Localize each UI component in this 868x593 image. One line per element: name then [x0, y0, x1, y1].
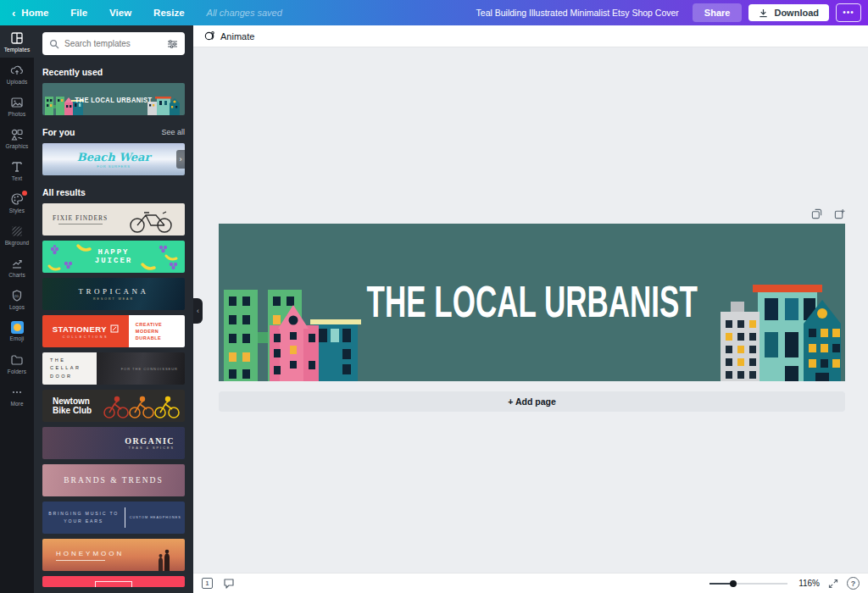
panel-collapse-tab[interactable]: ‹ — [193, 298, 203, 324]
sidebar-item-folders[interactable]: Folders — [0, 347, 34, 380]
logos-icon: co. — [10, 289, 24, 302]
canva-editor: ‹ Home File View Resize All changes save… — [0, 0, 868, 593]
template-bringing-music[interactable]: BRINGING MUSIC TO YOUR EARS CUSTOM HEADP… — [42, 502, 185, 534]
page-number-badge[interactable]: 1 — [202, 578, 213, 589]
sidebar-item-more[interactable]: More — [0, 380, 34, 412]
pencil-box-icon — [110, 324, 119, 333]
templates-panel: Recently used THE LOCAL UR — [34, 25, 193, 593]
templates-icon — [10, 31, 24, 45]
template-beach-wear[interactable]: Beach Wear FOR SURFERS › — [42, 143, 185, 175]
sidebar-item-charts[interactable]: Charts — [0, 251, 34, 283]
sidebar: Templates Uploads Photos Grap — [0, 25, 34, 593]
download-button[interactable]: Download — [748, 4, 829, 21]
carousel-next-button[interactable]: › — [176, 150, 185, 169]
background-icon — [10, 224, 24, 238]
fullscreen-icon[interactable] — [828, 579, 838, 589]
more-options-button[interactable]: ••• — [836, 3, 861, 22]
sidebar-item-text[interactable]: Text — [0, 154, 34, 186]
canvas-toolbar: Animate — [193, 25, 868, 47]
animate-icon — [203, 30, 214, 42]
view-menu[interactable]: View — [109, 8, 131, 18]
mini-title: THE LOCAL URBANIST — [75, 94, 153, 104]
template-honeymoon[interactable]: HONEYMOON — [42, 539, 185, 571]
section-all-results: All results — [42, 187, 86, 197]
section-for-you: For you — [42, 127, 75, 137]
sidebar-item-uploads[interactable]: Uploads — [0, 58, 34, 90]
charts-icon — [10, 257, 24, 270]
template-fixie-finders[interactable]: FIXIE FINDERS — [42, 203, 185, 236]
sidebar-item-templates[interactable]: Templates — [0, 25, 34, 58]
template-tropicana[interactable]: TROPICANA RESORT WEAR — [42, 278, 185, 310]
design-page[interactable]: THE LOCAL URBANIST — [219, 224, 845, 381]
filter-icon[interactable] — [167, 39, 178, 49]
template-newtown-bike-club[interactable]: Newtown Bike Club — [42, 390, 185, 422]
right-buildings-art — [714, 280, 845, 381]
sidebar-item-styles[interactable]: Styles — [0, 186, 34, 219]
sidebar-item-photos[interactable]: Photos — [0, 90, 34, 122]
search-box[interactable] — [42, 32, 185, 55]
template-stationery[interactable]: STATIONERY COLLECTIONS CREATIVE MODERN D… — [42, 315, 185, 347]
zoom-value: 116% — [796, 579, 820, 588]
save-status: All changes saved — [207, 8, 282, 18]
bicycle-art — [124, 208, 180, 234]
sidebar-item-emoji[interactable]: Emoji — [0, 315, 34, 347]
template-cellar-door[interactable]: THE CELLAR DOOR FOR THE CONNOISSEUR — [42, 352, 185, 385]
template-happy-juicer[interactable]: HAPPY JUICER — [42, 241, 185, 273]
template-recent-local-urbanist[interactable]: THE LOCAL URBANIST — [42, 83, 185, 115]
template-red-partial[interactable] — [42, 576, 185, 587]
statusbar: 1 116% ? — [193, 573, 868, 593]
add-page-icon[interactable] — [834, 208, 845, 219]
graphics-icon — [10, 128, 24, 141]
search-input[interactable] — [64, 39, 162, 48]
sidebar-item-graphics[interactable]: Graphics — [0, 122, 34, 154]
page-actions — [811, 208, 845, 219]
collapse-chevron-icon: ‹ — [197, 307, 199, 315]
sidebar-item-background[interactable]: Bkground — [0, 219, 34, 251]
section-recently-used: Recently used — [42, 67, 103, 77]
search-icon — [49, 39, 59, 49]
couple-silhouette-art — [154, 549, 173, 571]
template-organic[interactable]: ORGANIC TEAS & SPICES — [42, 427, 185, 459]
canvas-area[interactable]: THE LOCAL URBANIST — [193, 47, 868, 573]
home-button[interactable]: ‹ Home — [12, 8, 48, 19]
text-icon — [10, 160, 24, 174]
notes-icon[interactable] — [223, 578, 235, 589]
resize-menu[interactable]: Resize — [153, 8, 184, 18]
share-button[interactable]: Share — [693, 3, 743, 22]
sidebar-item-logos[interactable]: co. Logos — [0, 283, 34, 315]
duplicate-page-icon[interactable] — [811, 208, 822, 219]
fruit-art — [42, 241, 185, 273]
zoom-slider-knob[interactable] — [730, 580, 737, 587]
document-title[interactable]: Teal Building Illustrated Minimalist Ets… — [476, 8, 679, 18]
download-icon — [759, 8, 768, 18]
zoom-slider[interactable] — [709, 579, 787, 589]
topbar-menu: ‹ Home File View Resize All changes save… — [12, 8, 282, 19]
styles-notification-dot — [22, 191, 27, 196]
more-dots-icon — [10, 385, 24, 399]
topbar-right: Teal Building Illustrated Minimalist Ets… — [476, 3, 861, 22]
folder-icon — [10, 353, 24, 367]
upload-cloud-icon — [10, 64, 24, 77]
add-page-button[interactable]: + Add page — [219, 391, 845, 412]
topbar: ‹ Home File View Resize All changes save… — [0, 0, 868, 25]
photos-icon — [10, 96, 24, 109]
svg-text:co.: co. — [14, 293, 19, 297]
cyclists-art — [103, 394, 181, 419]
file-menu[interactable]: File — [70, 8, 87, 18]
animate-button[interactable]: Animate — [203, 30, 254, 42]
workspace: Animate — [193, 25, 868, 593]
help-button[interactable]: ? — [847, 577, 860, 590]
back-chevron-icon: ‹ — [12, 8, 15, 19]
template-brands-trends[interactable]: BRANDS & TRENDS — [42, 464, 185, 496]
home-label: Home — [21, 8, 48, 18]
see-all-link[interactable]: See all — [161, 128, 185, 136]
emoji-icon — [11, 321, 24, 334]
